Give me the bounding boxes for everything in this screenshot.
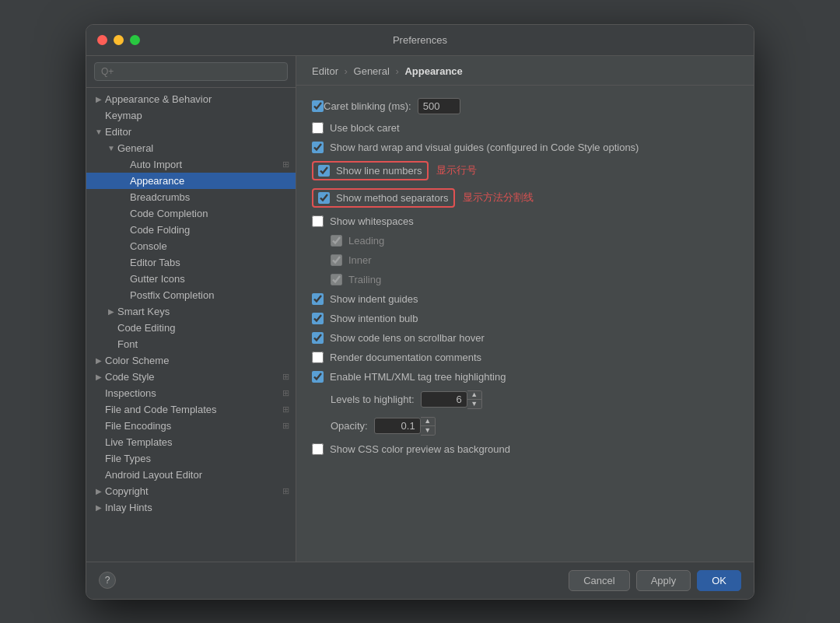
sidebar-item-general[interactable]: ▼ General [86,140,296,156]
show-method-separators-label[interactable]: Show method separators [336,192,449,204]
help-label: ? [105,575,110,586]
sidebar-item-inlay-hints[interactable]: ▶ Inlay Hints [86,499,296,516]
sidebar-item-code-editing[interactable]: Code Editing [86,320,296,336]
show-line-numbers-checkbox[interactable] [318,165,330,177]
sidebar-item-appearance-behavior[interactable]: ▶ Appearance & Behavior [86,91,296,107]
levels-increment-button[interactable]: ▲ [467,391,481,400]
caret-blinking-row: Caret blinking (ms): 500 [312,98,738,114]
sidebar-label: Smart Keys [117,306,170,317]
levels-highlight-spinner-buttons: ▲ ▼ [467,390,482,409]
enable-html-xml-label[interactable]: Enable HTML/XML tag tree highlighting [330,371,506,383]
indent-group: Leading Inner Trailing [331,235,738,285]
trailing-checkbox[interactable] [331,274,342,285]
ok-button[interactable]: OK [697,570,741,591]
sidebar-item-editor[interactable]: ▼ Editor [86,124,296,140]
sidebar-label: Gutter Icons [130,273,185,285]
breadcrumb-editor: Editor [312,65,338,77]
bottom-bar: ? Cancel Apply OK [86,562,754,599]
sidebar-item-gutter-icons[interactable]: Gutter Icons [86,271,296,287]
sidebar-item-appearance[interactable]: Appearance [86,173,296,189]
show-css-checkbox[interactable] [312,443,324,455]
levels-highlight-input[interactable]: 6 [421,391,467,408]
copy-icon: ⊞ [282,404,289,415]
sidebar-item-postfix-completion[interactable]: Postfix Completion [86,287,296,303]
show-code-lens-checkbox[interactable] [312,332,324,344]
sidebar-item-auto-import[interactable]: Auto Import ⊞ [86,156,296,173]
chevron-right-icon: ▶ [93,95,105,103]
show-whitespaces-label[interactable]: Show whitespaces [330,215,414,227]
use-block-caret-label[interactable]: Use block caret [330,122,400,134]
opacity-decrement-button[interactable]: ▼ [421,426,435,435]
show-indent-guides-checkbox[interactable] [312,293,324,305]
separator-icon: › [345,65,351,77]
trailing-label[interactable]: Trailing [348,274,381,285]
sidebar-item-file-code-templates[interactable]: File and Code Templates ⊞ [86,401,296,418]
sidebar-label: Appearance [130,175,184,187]
chevron-right-icon: ▶ [93,487,105,495]
search-input[interactable] [94,62,288,81]
leading-checkbox[interactable] [331,235,342,247]
show-whitespaces-row: Show whitespaces [312,215,738,227]
sidebar-item-copyright[interactable]: ▶ Copyright ⊞ [86,483,296,499]
sidebar-item-color-scheme[interactable]: ▶ Color Scheme [86,352,296,369]
preferences-window: Preferences ▶ Appearance & Behavior Keym… [86,24,754,600]
sidebar-item-code-style[interactable]: ▶ Code Style ⊞ [86,369,296,385]
show-method-separators-row: Show method separators 显示方法分割线 [312,188,738,208]
cancel-button[interactable]: Cancel [569,570,629,591]
close-button[interactable] [97,35,107,45]
sidebar-item-live-templates[interactable]: Live Templates [86,434,296,450]
render-docs-checkbox[interactable] [312,352,324,363]
sidebar-item-breadcrumbs[interactable]: Breadcrumbs [86,189,296,205]
caret-blinking-label[interactable]: Caret blinking (ms): [324,100,411,112]
sidebar-item-smart-keys[interactable]: ▶ Smart Keys [86,303,296,320]
caret-blinking-checkbox[interactable] [312,100,324,112]
show-hard-wrap-checkbox[interactable] [312,142,324,153]
sidebar-item-android-layout-editor[interactable]: Android Layout Editor [86,467,296,483]
show-indent-guides-row: Show indent guides [312,293,738,305]
show-indent-guides-label[interactable]: Show indent guides [330,293,418,305]
opacity-increment-button[interactable]: ▲ [421,418,435,426]
leading-label[interactable]: Leading [348,235,384,247]
chevron-right-icon: ▶ [93,503,105,512]
show-line-numbers-label[interactable]: Show line numbers [336,165,422,177]
window-title: Preferences [393,34,447,46]
sidebar-label: Android Layout Editor [105,469,202,481]
sidebar-item-editor-tabs[interactable]: Editor Tabs [86,254,296,271]
minimize-button[interactable] [114,35,124,45]
enable-html-xml-checkbox[interactable] [312,371,324,383]
sidebar-item-inspections[interactable]: Inspections ⊞ [86,385,296,401]
maximize-button[interactable] [130,35,140,45]
sidebar-item-console[interactable]: Console [86,238,296,254]
sidebar-label: File Encodings [105,420,171,432]
inner-checkbox[interactable] [331,254,342,266]
help-button[interactable]: ? [99,572,116,589]
sidebar-item-code-completion[interactable]: Code Completion [86,205,296,222]
use-block-caret-checkbox[interactable] [312,122,324,134]
show-intention-bulb-label[interactable]: Show intention bulb [330,313,418,324]
sidebar-label: Breadcrumbs [130,191,190,203]
show-whitespaces-checkbox[interactable] [312,215,324,227]
sidebar-item-file-types[interactable]: File Types [86,450,296,467]
apply-button[interactable]: Apply [636,570,691,591]
titlebar: Preferences [86,25,754,56]
chevron-right-icon: ▶ [105,307,117,316]
inner-label[interactable]: Inner [348,254,372,266]
show-code-lens-label[interactable]: Show code lens on scrollbar hover [330,332,485,344]
sidebar-item-code-folding[interactable]: Code Folding [86,222,296,238]
opacity-row: Opacity: 0.1 ▲ ▼ [312,417,738,436]
show-line-numbers-highlight: Show line numbers [312,161,429,180]
sidebar-item-keymap[interactable]: Keymap [86,107,296,124]
levels-decrement-button[interactable]: ▼ [467,400,481,408]
show-intention-bulb-checkbox[interactable] [312,313,324,324]
show-method-separators-checkbox[interactable] [318,192,330,204]
show-css-label[interactable]: Show CSS color preview as background [330,443,510,455]
sidebar-label: Editor Tabs [130,257,180,268]
render-docs-label[interactable]: Render documentation comments [330,352,481,363]
leading-row: Leading [331,235,738,247]
sidebar-item-file-encodings[interactable]: File Encodings ⊞ [86,418,296,434]
opacity-input[interactable]: 0.1 [374,418,421,434]
caret-blinking-input[interactable]: 500 [418,98,460,114]
sidebar-item-font[interactable]: Font [86,336,296,352]
show-hard-wrap-label[interactable]: Show hard wrap and visual guides (config… [330,142,639,153]
settings-tree: ▶ Appearance & Behavior Keymap ▼ Editor [86,88,296,562]
